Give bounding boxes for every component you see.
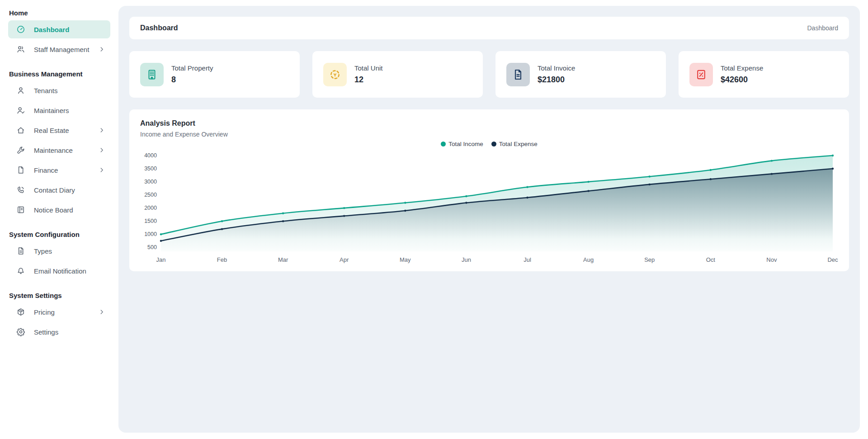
file-text-icon bbox=[16, 246, 25, 255]
sidebar-section-home: Home Dashboard Staff Management bbox=[0, 9, 118, 58]
stat-card-total-expense: Total Expense $42600 bbox=[679, 51, 849, 98]
stat-value: $21800 bbox=[538, 75, 575, 85]
chevron-right-icon bbox=[99, 309, 105, 315]
chart-legend: Total Income Total Expense bbox=[140, 141, 838, 147]
svg-text:2500: 2500 bbox=[144, 192, 157, 198]
svg-text:Dec: Dec bbox=[827, 256, 838, 263]
section-label-business-management: Business Management bbox=[0, 70, 118, 78]
section-label-home: Home bbox=[0, 9, 118, 17]
users-icon bbox=[16, 45, 25, 54]
svg-text:Aug: Aug bbox=[583, 256, 594, 263]
svg-text:Jan: Jan bbox=[156, 256, 165, 263]
sidebar-item-maintenance[interactable]: Maintenance bbox=[8, 141, 110, 159]
sidebar-item-label: Staff Management bbox=[34, 46, 89, 53]
stat-label: Total Property bbox=[171, 64, 213, 72]
svg-text:1000: 1000 bbox=[144, 231, 157, 237]
stat-label: Total Invoice bbox=[538, 64, 575, 72]
svg-text:Oct: Oct bbox=[706, 256, 716, 263]
chart-subtitle: Income and Expense Overview bbox=[140, 131, 838, 138]
phone-icon bbox=[16, 185, 25, 194]
legend-label: Total Expense bbox=[499, 141, 538, 147]
stats-row: Total Property 8 Total Unit 12 Total Inv… bbox=[129, 51, 849, 98]
section-label-system-settings: System Settings bbox=[0, 292, 118, 299]
stat-label: Total Unit bbox=[354, 64, 383, 72]
sidebar: Home Dashboard Staff Management Business… bbox=[0, 0, 118, 439]
income-expense-area-chart[interactable]: 4000350030002500200015001000500JanFebMar… bbox=[140, 151, 838, 265]
person-check-icon bbox=[16, 106, 25, 115]
svg-text:Apr: Apr bbox=[340, 256, 349, 263]
person-icon bbox=[16, 86, 25, 95]
chevron-right-icon bbox=[99, 46, 105, 52]
stat-card-total-property: Total Property 8 bbox=[129, 51, 300, 98]
sidebar-item-tenants[interactable]: Tenants bbox=[8, 81, 110, 99]
sidebar-item-finance[interactable]: Finance bbox=[8, 161, 110, 179]
chevron-right-icon bbox=[99, 127, 105, 133]
sidebar-section-system-settings: System Settings Pricing Settings bbox=[0, 292, 118, 341]
section-label-system-configuration: System Configuration bbox=[0, 231, 118, 238]
bell-icon bbox=[16, 266, 25, 275]
sidebar-item-contact-diary[interactable]: Contact Diary bbox=[8, 181, 110, 199]
svg-text:2000: 2000 bbox=[144, 205, 157, 211]
stat-card-total-unit: Total Unit 12 bbox=[312, 51, 483, 98]
stat-value: 8 bbox=[171, 75, 213, 85]
chart-title: Analysis Report bbox=[140, 119, 838, 127]
sidebar-item-pricing[interactable]: Pricing bbox=[8, 303, 110, 321]
stat-value: $42600 bbox=[721, 75, 763, 85]
income-legend-dot bbox=[441, 142, 446, 146]
sidebar-section-business-management: Business Management Tenants Maintainers … bbox=[0, 70, 118, 219]
svg-text:Feb: Feb bbox=[217, 256, 227, 263]
sidebar-item-label: Email Notification bbox=[34, 267, 86, 275]
home-icon bbox=[16, 126, 25, 135]
stat-label: Total Expense bbox=[721, 64, 763, 72]
expense-legend-dot bbox=[491, 142, 496, 146]
svg-text:3000: 3000 bbox=[144, 179, 157, 185]
sidebar-item-email-notification[interactable]: Email Notification bbox=[8, 262, 110, 280]
sidebar-item-label: Dashboard bbox=[34, 26, 69, 33]
sidebar-item-label: Types bbox=[34, 247, 52, 255]
dashboard-icon bbox=[16, 25, 25, 34]
sidebar-item-label: Contact Diary bbox=[34, 186, 75, 194]
svg-text:May: May bbox=[400, 256, 411, 263]
sidebar-item-types[interactable]: Types bbox=[8, 242, 110, 260]
package-icon bbox=[16, 307, 25, 316]
main-content-panel: Dashboard Dashboard Total Property 8 Tot… bbox=[118, 6, 860, 433]
svg-text:4000: 4000 bbox=[144, 152, 157, 159]
expense-icon bbox=[689, 63, 713, 86]
chevron-right-icon bbox=[99, 147, 105, 153]
svg-text:1500: 1500 bbox=[144, 218, 157, 224]
legend-item-total-expense[interactable]: Total Expense bbox=[491, 141, 538, 147]
svg-text:Mar: Mar bbox=[278, 256, 288, 263]
file-icon bbox=[16, 165, 25, 175]
sidebar-item-label: Tenants bbox=[34, 87, 58, 94]
notice-board-icon bbox=[16, 205, 25, 214]
sidebar-item-label: Maintenance bbox=[34, 146, 73, 154]
gear-icon bbox=[16, 327, 25, 336]
sidebar-item-label: Real Estate bbox=[34, 127, 69, 134]
svg-text:Nov: Nov bbox=[766, 256, 777, 263]
unit-icon bbox=[323, 63, 347, 86]
building-icon bbox=[140, 63, 164, 86]
svg-text:Jun: Jun bbox=[462, 256, 471, 263]
sidebar-item-label: Finance bbox=[34, 166, 58, 174]
sidebar-item-label: Maintainers bbox=[34, 107, 69, 114]
wrench-icon bbox=[16, 146, 25, 155]
sidebar-item-real-estate[interactable]: Real Estate bbox=[8, 121, 110, 139]
sidebar-item-dashboard[interactable]: Dashboard bbox=[8, 20, 110, 38]
svg-text:Sep: Sep bbox=[644, 256, 655, 263]
sidebar-item-settings[interactable]: Settings bbox=[8, 323, 110, 341]
sidebar-item-label: Notice Board bbox=[34, 206, 73, 214]
legend-item-total-income[interactable]: Total Income bbox=[441, 141, 483, 147]
sidebar-item-label: Settings bbox=[34, 328, 58, 336]
stat-value: 12 bbox=[354, 75, 383, 85]
page-header-card: Dashboard Dashboard bbox=[129, 17, 849, 39]
sidebar-item-notice-board[interactable]: Notice Board bbox=[8, 201, 110, 219]
sidebar-item-staff-management[interactable]: Staff Management bbox=[8, 40, 110, 58]
svg-text:3500: 3500 bbox=[144, 165, 157, 172]
breadcrumb[interactable]: Dashboard bbox=[807, 24, 839, 32]
sidebar-section-system-configuration: System Configuration Types Email Notific… bbox=[0, 231, 118, 280]
svg-text:Jul: Jul bbox=[524, 256, 531, 263]
svg-text:500: 500 bbox=[147, 244, 157, 250]
sidebar-item-maintainers[interactable]: Maintainers bbox=[8, 101, 110, 119]
chevron-right-icon bbox=[99, 167, 105, 173]
analysis-report-card: Analysis Report Income and Expense Overv… bbox=[129, 109, 849, 271]
